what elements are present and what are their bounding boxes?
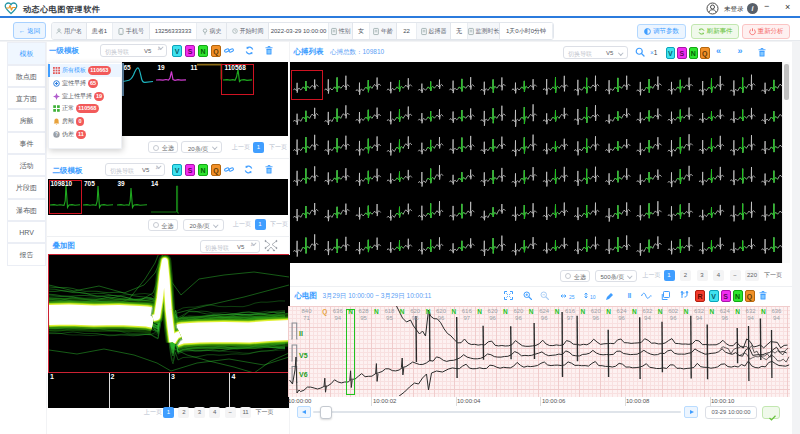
svg-text:97: 97: [566, 315, 573, 321]
svg-text:V6: V6: [299, 371, 308, 378]
svg-text:618: 618: [384, 308, 395, 314]
svg-text:N: N: [528, 308, 533, 315]
svg-text:95: 95: [386, 315, 393, 321]
svg-text:628: 628: [358, 308, 369, 314]
svg-text:II: II: [299, 330, 303, 337]
svg-text:N: N: [374, 308, 379, 315]
svg-text:N: N: [657, 308, 662, 315]
svg-text:N: N: [451, 308, 456, 315]
svg-text:95: 95: [360, 315, 367, 321]
svg-text:616: 616: [461, 308, 472, 314]
svg-text:840: 840: [301, 308, 312, 314]
svg-text:96: 96: [540, 315, 547, 321]
svg-text:620: 620: [513, 308, 524, 314]
svg-text:N: N: [554, 308, 559, 315]
svg-text:94: 94: [644, 315, 651, 321]
svg-text:632: 632: [745, 308, 756, 314]
svg-text:602: 602: [668, 308, 679, 314]
svg-text:624: 624: [616, 308, 627, 314]
svg-text:?: ?: [55, 132, 58, 137]
svg-text:N: N: [580, 308, 585, 315]
svg-text:620: 620: [410, 308, 421, 314]
svg-text:V5: V5: [299, 352, 308, 359]
svg-text:N: N: [709, 308, 714, 315]
svg-text:96: 96: [437, 315, 444, 321]
svg-text:636: 636: [771, 308, 782, 314]
svg-text:N: N: [425, 308, 430, 315]
svg-text:96: 96: [592, 315, 599, 321]
svg-text:96: 96: [618, 315, 625, 321]
svg-text:N: N: [503, 308, 508, 315]
svg-text:96: 96: [489, 315, 496, 321]
svg-text:N: N: [632, 308, 637, 315]
svg-text:632: 632: [693, 308, 704, 314]
svg-text:96: 96: [411, 315, 418, 321]
svg-text:Q: Q: [322, 308, 327, 316]
svg-text:N: N: [399, 308, 404, 315]
svg-text:N: N: [606, 308, 611, 315]
svg-text:71: 71: [303, 315, 310, 321]
svg-text:624: 624: [719, 308, 730, 314]
svg-text:620: 620: [487, 308, 498, 314]
svg-text:94: 94: [695, 315, 702, 321]
svg-text:96: 96: [515, 315, 522, 321]
svg-text:N: N: [477, 308, 482, 315]
svg-text:N: N: [761, 308, 766, 315]
svg-text:94: 94: [747, 315, 754, 321]
svg-text:94: 94: [773, 315, 780, 321]
svg-text:N: N: [683, 308, 688, 315]
svg-text:97: 97: [463, 315, 470, 321]
svg-text:616: 616: [564, 308, 575, 314]
svg-text:632: 632: [642, 308, 653, 314]
svg-text:94: 94: [334, 315, 341, 321]
svg-text:624: 624: [539, 308, 550, 314]
svg-text:620: 620: [590, 308, 601, 314]
svg-text:96: 96: [669, 315, 676, 321]
svg-text:96: 96: [721, 315, 728, 321]
svg-text:N: N: [735, 308, 740, 315]
svg-text:636: 636: [332, 308, 343, 314]
svg-text:620: 620: [435, 308, 446, 314]
